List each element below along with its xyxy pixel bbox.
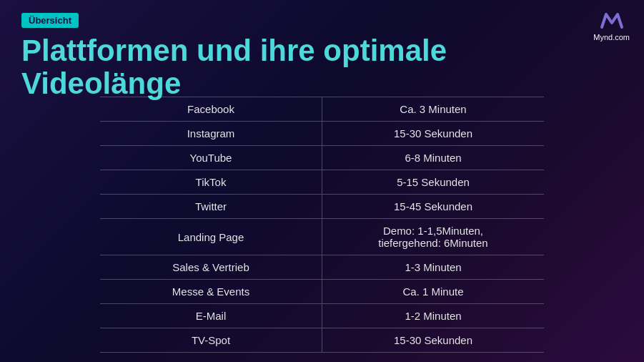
- platform-cell: TikTok: [100, 170, 322, 195]
- table-row: E-Mail1-2 Minuten: [100, 304, 544, 328]
- platform-cell: Facebook: [100, 97, 322, 122]
- table-row: Instagram15-30 Sekunden: [100, 122, 544, 146]
- table-row: TV-Spot15-30 Sekunden: [100, 328, 544, 353]
- table-row: FacebookCa. 3 Minuten: [100, 97, 544, 122]
- platform-cell: TV-Spot: [100, 328, 322, 353]
- duration-cell: 15-45 Sekunden: [322, 195, 545, 219]
- logo-area: Mynd.com: [593, 9, 630, 41]
- data-table-container: FacebookCa. 3 MinutenInstagram15-30 Seku…: [100, 97, 544, 348]
- table-row: YouTube6-8 Minuten: [100, 146, 544, 170]
- table-row: Sales & Vertrieb1-3 Minuten: [100, 255, 544, 280]
- platform-table: FacebookCa. 3 MinutenInstagram15-30 Seku…: [100, 97, 544, 353]
- duration-cell: Demo: 1-1,5Minuten,tiefergehend: 6Minute…: [322, 219, 545, 255]
- platform-cell: E-Mail: [100, 304, 322, 328]
- table-row: Messe & EventsCa. 1 Minute: [100, 280, 544, 304]
- platform-cell: Instagram: [100, 122, 322, 146]
- duration-cell: Ca. 3 Minuten: [322, 97, 545, 122]
- platform-cell: YouTube: [100, 146, 322, 170]
- mynd-logo-icon: [599, 9, 625, 31]
- duration-cell: 6-8 Minuten: [322, 146, 545, 170]
- logo-text: Mynd.com: [593, 33, 630, 41]
- duration-cell: 15-30 Sekunden: [322, 122, 545, 146]
- duration-cell: Ca. 1 Minute: [322, 280, 545, 304]
- platform-cell: Messe & Events: [100, 280, 322, 304]
- table-row: TikTok5-15 Sekunden: [100, 170, 544, 195]
- duration-cell: 1-2 Minuten: [322, 304, 545, 328]
- table-row: Landing PageDemo: 1-1,5Minuten,tiefergeh…: [100, 219, 544, 255]
- page-title: Plattformen und ihre optimale Videolänge: [21, 34, 587, 100]
- platform-cell: Twitter: [100, 195, 322, 219]
- duration-cell: 1-3 Minuten: [322, 255, 545, 280]
- platform-cell: Sales & Vertrieb: [100, 255, 322, 280]
- platform-cell: Landing Page: [100, 219, 322, 255]
- duration-cell: 15-30 Sekunden: [322, 328, 545, 353]
- duration-cell: 5-15 Sekunden: [322, 170, 545, 195]
- table-row: Twitter15-45 Sekunden: [100, 195, 544, 219]
- badge-label: Übersicht: [21, 13, 79, 28]
